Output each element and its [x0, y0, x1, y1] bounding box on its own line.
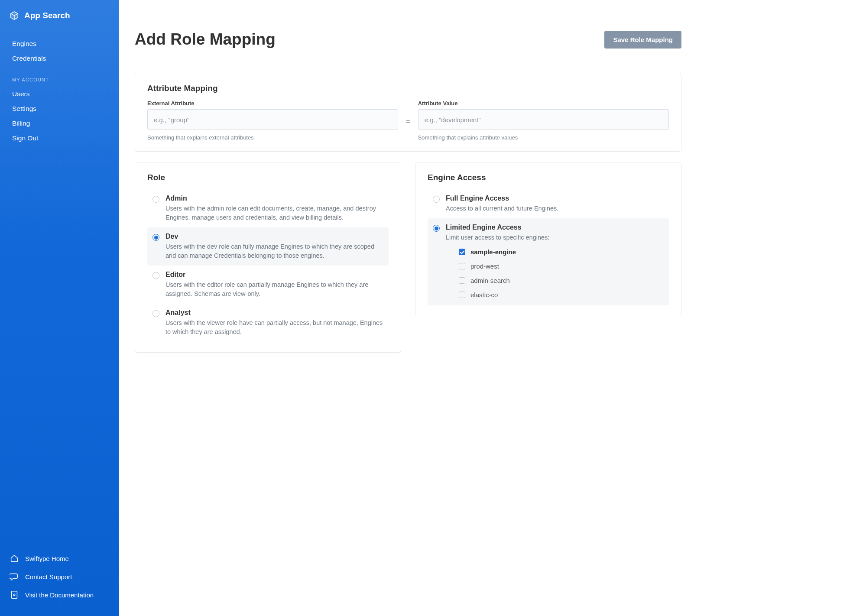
role-option-title: Admin [165, 195, 383, 202]
app-search-logo-icon [10, 10, 19, 21]
checkbox-icon [459, 277, 465, 284]
engine-check-elastic-co[interactable]: elastic-co [446, 289, 664, 300]
role-radio-list: AdminUsers with the admin role can edit … [147, 189, 389, 342]
save-role-mapping-button[interactable]: Save Role Mapping [604, 31, 681, 49]
role-panel: Role AdminUsers with the admin role can … [135, 162, 401, 353]
radio-icon [152, 310, 159, 317]
external-attribute-help: Something that explains external attribu… [147, 134, 398, 141]
engine-check-label: prod-west [470, 263, 499, 270]
nav-primary: Engines Credentials [0, 34, 119, 68]
engine-option-title: Limited Engine Access [446, 224, 664, 231]
equals-sign: = [406, 115, 410, 126]
svg-point-1 [13, 594, 15, 596]
engine-check-sample-engine[interactable]: sample-engine [446, 246, 664, 257]
radio-icon [152, 234, 159, 241]
footer-item-label: Visit the Documentation [25, 591, 94, 599]
chat-icon [10, 572, 19, 581]
attribute-mapping-panel: Attribute Mapping External Attribute Som… [135, 73, 681, 152]
engine-check-label: sample-engine [470, 248, 516, 256]
engine-check-label: admin-search [470, 277, 510, 284]
nav-item-label: Settings [12, 105, 36, 113]
role-option-dev[interactable]: DevUsers with the dev role can fully man… [147, 227, 389, 266]
checkbox-icon [459, 249, 465, 255]
footer-contact-support[interactable]: Contact Support [0, 567, 119, 586]
radio-icon [152, 272, 159, 279]
engine-checklist: sample-engineprod-westadmin-searchelasti… [446, 246, 664, 300]
nav-item-label: Users [12, 90, 29, 98]
role-option-desc: Users with the admin role can edit docum… [165, 204, 383, 222]
nav-item-label: Engines [12, 40, 36, 48]
doc-icon [10, 590, 19, 600]
nav-item-settings[interactable]: Settings [0, 101, 119, 116]
nav-item-credentials[interactable]: Credentials [0, 51, 119, 66]
external-attribute-label: External Attribute [147, 100, 398, 107]
home-icon [10, 554, 19, 563]
svg-rect-0 [12, 591, 17, 599]
attribute-value-label: Attribute Value [418, 100, 669, 107]
engine-check-label: elastic-co [470, 291, 498, 298]
panel-title: Role [147, 173, 389, 182]
radio-icon [433, 196, 440, 203]
main: Add Role Mapping Save Role Mapping Attri… [119, 0, 866, 616]
nav-item-engines[interactable]: Engines [0, 36, 119, 51]
external-attribute-input[interactable] [147, 109, 398, 130]
footer-item-label: Swiftype Home [25, 555, 69, 562]
nav-item-label: Sign Out [12, 134, 38, 142]
footer-item-label: Contact Support [25, 573, 72, 580]
page-title: Add Role Mapping [135, 30, 276, 49]
engine-access-panel: Engine Access Full Engine AccessAccess t… [415, 162, 681, 316]
nav-item-signout[interactable]: Sign Out [0, 131, 119, 146]
engine-access-radio-list: Full Engine AccessAccess to all current … [428, 189, 669, 305]
role-option-editor[interactable]: EditorUsers with the editor role can par… [147, 266, 389, 304]
checkbox-icon [459, 292, 465, 298]
sidebar-footer: Swiftype Home Contact Support Visit the … [0, 549, 119, 611]
panel-title: Engine Access [428, 173, 669, 182]
radio-icon [433, 225, 440, 232]
role-option-title: Editor [165, 271, 383, 279]
role-option-desc: Users with the dev role can fully manage… [165, 242, 383, 260]
nav-account: MY ACCOUNT Users Settings Billing Sign O… [0, 68, 119, 148]
checkbox-icon [459, 263, 465, 269]
engine-access-option-limited[interactable]: Limited Engine AccessLimit user access t… [428, 218, 669, 305]
attribute-value-input[interactable] [418, 109, 669, 130]
role-option-desc: Users with the viewer role have can part… [165, 318, 383, 337]
nav-item-label: Credentials [12, 55, 46, 62]
nav-item-users[interactable]: Users [0, 87, 119, 101]
engine-access-option-full[interactable]: Full Engine AccessAccess to all current … [428, 189, 669, 218]
engine-option-desc: Limit user access to specific engines: [446, 233, 664, 242]
role-option-admin[interactable]: AdminUsers with the admin role can edit … [147, 189, 389, 227]
role-option-title: Dev [165, 233, 383, 240]
page-header: Add Role Mapping Save Role Mapping [135, 30, 681, 49]
attribute-value-help: Something that explains attribute values [418, 134, 669, 141]
radio-icon [152, 196, 159, 203]
nav-group-label: MY ACCOUNT [0, 71, 119, 87]
panel-title: Attribute Mapping [147, 84, 669, 93]
sidebar: App Search Engines Credentials MY ACCOUN… [0, 0, 119, 616]
engine-option-title: Full Engine Access [446, 195, 664, 202]
brand: App Search [0, 10, 119, 34]
brand-title: App Search [24, 11, 70, 20]
footer-visit-docs[interactable]: Visit the Documentation [0, 586, 119, 604]
role-option-desc: Users with the editor role can partially… [165, 280, 383, 298]
footer-swiftype-home[interactable]: Swiftype Home [0, 549, 119, 567]
role-option-analyst[interactable]: AnalystUsers with the viewer role have c… [147, 304, 389, 342]
engine-option-desc: Access to all current and future Engines… [446, 204, 664, 213]
nav-item-billing[interactable]: Billing [0, 116, 119, 131]
engine-check-admin-search[interactable]: admin-search [446, 275, 664, 286]
nav-item-label: Billing [12, 120, 30, 127]
role-option-title: Analyst [165, 309, 383, 317]
engine-check-prod-west[interactable]: prod-west [446, 261, 664, 272]
